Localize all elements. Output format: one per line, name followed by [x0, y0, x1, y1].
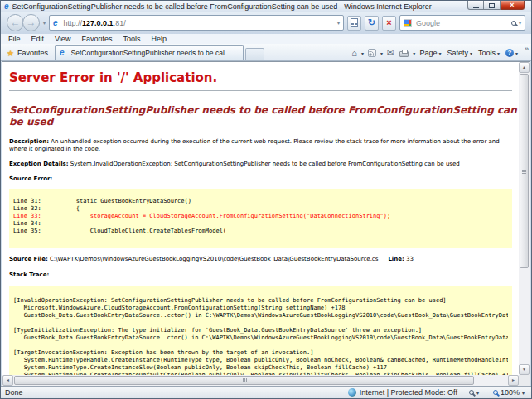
print-dropdown-icon[interactable] — [413, 49, 415, 57]
help-icon: ? — [505, 49, 514, 57]
feeds-icon — [368, 49, 376, 57]
refresh-button[interactable]: ↻ — [365, 16, 379, 31]
search-icon[interactable] — [511, 21, 516, 26]
print-button[interactable] — [398, 49, 410, 58]
internet-zone-icon — [348, 388, 356, 397]
stop-button[interactable]: × — [382, 16, 396, 31]
ie-logo-icon: e — [4, 2, 9, 11]
tools-dropdown-icon — [497, 49, 500, 57]
horizontal-scrollbar[interactable]: ◄ ► — [2, 375, 519, 386]
tab-favicon-icon: e — [60, 49, 65, 57]
exception-details-line: Exception Details: System.InvalidOperati… — [9, 161, 512, 168]
zoom-level-control[interactable]: 100% — [491, 388, 527, 397]
description-line: Description: An unhandled exception occu… — [9, 138, 512, 153]
close-button[interactable]: × — [501, 1, 525, 10]
status-bar-right: Internet | Protected Mode: Off 100% — [348, 388, 527, 397]
tab-active[interactable]: e SetConfigurationSettingPublisher needs… — [55, 45, 244, 60]
address-bar[interactable]: e http://127.0.0.1:81/ ▾ — [49, 15, 344, 31]
search-box[interactable]: ▾ — [399, 15, 525, 31]
title-bar[interactable]: e SetConfigurationSettingPublisher needs… — [1, 1, 531, 12]
home-button[interactable]: ⌂ — [350, 48, 359, 58]
vertical-scrollbar[interactable]: ▲ ▼ — [519, 62, 530, 375]
feeds-dropdown-icon[interactable] — [380, 49, 383, 57]
menu-bar: File Edit View Favorites Tools Help — [1, 34, 531, 44]
compatibility-view-button[interactable] — [347, 16, 361, 31]
scroll-up-button[interactable]: ▲ — [519, 62, 530, 73]
menu-item[interactable]: File — [3, 34, 26, 44]
scroll-down-button[interactable]: ▼ — [519, 364, 530, 375]
change-zoom-button[interactable] — [467, 388, 481, 397]
stack-trace-line: [TypeInitializationException: The type i… — [13, 327, 508, 334]
horizontal-scroll-track[interactable] — [475, 375, 508, 386]
stack-trace-line: [TargetInvocationException: Exception ha… — [13, 349, 508, 357]
stack-trace-line — [13, 342, 508, 349]
google-logo-icon — [404, 19, 412, 27]
scroll-left-button[interactable]: ◄ — [2, 375, 13, 386]
page-dropdown-icon — [438, 49, 441, 57]
menu-item[interactable]: Edit — [27, 34, 50, 44]
printer-icon — [399, 51, 409, 57]
navigation-bar: ← → ▾ e http://127.0.0.1:81/ ▾ ↻ × ▾ — [1, 12, 531, 34]
vertical-scroll-thumb[interactable] — [520, 74, 529, 268]
source-file-label: Source File: — [9, 256, 48, 262]
menu-item[interactable]: Help — [146, 34, 172, 44]
menu-item[interactable]: Tools — [118, 34, 145, 44]
new-tab-button[interactable] — [245, 48, 264, 60]
zone-text: Internet | Protected Mode: Off — [360, 388, 457, 397]
scroll-left-icon: ◄ — [6, 377, 10, 382]
stack-trace-line: GuestBook_Data.GuestBookEntryDataSource.… — [13, 334, 508, 342]
maximize-icon — [489, 3, 495, 8]
status-text: Done — [5, 388, 23, 397]
search-input[interactable] — [414, 18, 509, 28]
toolbar-overflow-icon[interactable]: » — [525, 45, 529, 53]
vertical-scroll-track[interactable] — [519, 269, 530, 364]
stack-trace-line: System.RuntimeType.CreateInstanceSlow(Bo… — [13, 364, 508, 372]
zoom-level-dropdown-icon — [522, 388, 525, 397]
forward-icon: → — [27, 17, 36, 28]
description-text: An unhandled exception occurred during t… — [9, 138, 500, 152]
search-provider-dropdown-icon[interactable]: ▾ — [519, 20, 521, 26]
menu-item[interactable]: View — [50, 34, 75, 44]
scroll-right-icon: ► — [511, 377, 515, 382]
line-label: Line: — [388, 256, 404, 262]
source-file-path: C:\WAPTK\Demos\WindowsAzureGuestBookLogg… — [48, 256, 379, 262]
address-dropdown-icon[interactable]: ▾ — [337, 20, 340, 26]
help-button[interactable]: ? — [504, 48, 520, 58]
tab-title: SetConfigurationSettingPublisher needs t… — [71, 49, 239, 57]
exception-details-text: System.InvalidOperationException: SetCon… — [69, 161, 460, 167]
page-menu-button[interactable]: Page — [418, 48, 443, 58]
home-dropdown-icon[interactable] — [361, 49, 364, 57]
minimize-icon — [473, 7, 479, 8]
line-number: 33 — [404, 256, 414, 262]
forward-button[interactable]: → — [22, 14, 40, 31]
read-mail-button[interactable]: ✉ — [385, 48, 395, 58]
back-icon: ← — [11, 17, 21, 28]
divider — [9, 90, 512, 91]
back-button[interactable]: ← — [7, 14, 24, 31]
zoom-tool-icon — [469, 390, 474, 395]
minimize-button[interactable] — [467, 1, 484, 10]
stack-trace-line: Microsoft.WindowsAzure.CloudStorageAccou… — [13, 305, 508, 312]
description-label: Description: — [9, 138, 49, 145]
stack-trace-line: GuestBook_Data.GuestBookEntryDataSource.… — [13, 312, 508, 320]
url-host: 127.0.0.1 — [82, 19, 114, 27]
safety-menu-label: Safety — [447, 49, 468, 57]
page-menu-label: Page — [419, 49, 437, 57]
favorites-star-icon: ★ — [7, 50, 14, 57]
error-page: Server Error in '/' Application. SetConf… — [2, 62, 519, 375]
menu-item[interactable]: Favorites — [76, 34, 117, 44]
maximize-button[interactable] — [484, 1, 501, 10]
favorites-button[interactable]: ★ Favorites — [3, 46, 55, 60]
source-code-line: Line 32: { — [13, 205, 508, 213]
scroll-up-icon: ▲ — [522, 65, 526, 70]
horizontal-scroll-thumb[interactable] — [14, 376, 474, 385]
feeds-button[interactable] — [366, 48, 378, 58]
scroll-right-button[interactable]: ► — [508, 375, 519, 386]
source-code-line: Line 35: CloudTableClient.CreateTablesFr… — [13, 228, 508, 235]
refresh-icon: ↻ — [368, 18, 375, 27]
safety-menu-button[interactable]: Safety — [445, 48, 474, 58]
zoom-level-icon — [493, 390, 498, 395]
history-dropdown-icon[interactable]: ▾ — [43, 20, 46, 26]
stack-trace-heading: Stack Trace: — [9, 272, 512, 279]
tools-menu-button[interactable]: Tools — [476, 48, 501, 58]
